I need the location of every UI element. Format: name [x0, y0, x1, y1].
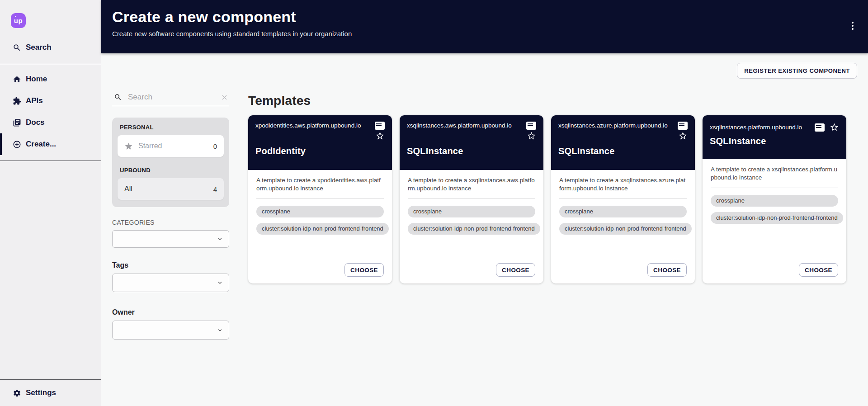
card-title: SQLInstance [710, 136, 839, 146]
tags-select[interactable] [112, 274, 229, 292]
templates-heading: Templates [248, 94, 857, 108]
filter-field-categories: CATEGORIES [112, 219, 229, 248]
sidebar-item-docs[interactable]: Docs [0, 112, 101, 133]
filter-search-input[interactable] [128, 93, 221, 102]
card-header: xpodidentities.aws.platform.upbound.io P… [248, 115, 392, 170]
tag-chip: cluster:solution-idp-non-prod-frontend-f… [256, 223, 389, 235]
card-domain: xsqlinstances.azure.platform.upbound.io [558, 121, 678, 130]
upbound-logo[interactable]: up [11, 13, 26, 28]
filter-field-tags: Tags [112, 261, 229, 292]
choose-button[interactable]: CHOOSE [344, 263, 384, 277]
filter-group-label-personal: PERSONAL [120, 124, 224, 131]
card-description: A template to create a xpodidentities.aw… [256, 176, 384, 193]
star-outline-icon[interactable] [678, 131, 688, 141]
categories-select[interactable] [112, 230, 229, 248]
content: REGISTER EXISTING COMPONENT PERSONAL St [101, 53, 868, 406]
close-icon[interactable] [221, 94, 228, 101]
tag-chip: crossplane [256, 206, 384, 217]
gear-icon [13, 389, 21, 397]
filter-row-count: 0 [213, 142, 217, 150]
template-type-icon [375, 122, 385, 130]
choose-button[interactable]: CHOOSE [647, 263, 687, 277]
card-domain: xsqlinstances.platform.upbound.io [710, 123, 815, 132]
main-area: Create a new component Create new softwa… [101, 0, 868, 406]
template-card-sqlinstance-aws: xsqlinstances.aws.platform.upbound.io SQ… [400, 115, 543, 283]
chevron-down-icon [217, 279, 223, 286]
card-description: A template to create a xsqlinstances.pla… [711, 165, 838, 182]
chevron-down-icon [217, 236, 223, 242]
filter-row-starred[interactable]: Starred 0 [118, 135, 224, 157]
tag-chip: crossplane [559, 206, 687, 217]
template-card-sqlinstance-azure: xsqlinstances.azure.platform.upbound.io … [551, 115, 695, 283]
sidebar-item-settings[interactable]: Settings [0, 380, 101, 406]
sidebar-item-label: Home [26, 75, 47, 84]
sidebar-item-label: Search [26, 43, 52, 52]
star-outline-icon[interactable] [830, 123, 839, 132]
card-divider [256, 198, 384, 199]
card-header: xsqlinstances.aws.platform.upbound.io SQ… [400, 115, 543, 170]
home-icon [13, 75, 21, 84]
sidebar-item-label: Settings [26, 388, 56, 397]
puzzle-icon [13, 97, 21, 105]
card-divider [559, 198, 687, 199]
sidebar: up Search Home APIs Docs Create... [0, 0, 101, 406]
filters-panel: PERSONAL Starred 0 UPBOUND All 4 [112, 93, 229, 340]
field-label: Owner [112, 308, 229, 316]
template-card-podidentity: xpodidentities.aws.platform.upbound.io P… [248, 115, 392, 283]
filter-row-count: 4 [213, 185, 217, 193]
page-header: Create a new component Create new softwa… [101, 0, 868, 53]
plus-circle-icon [13, 140, 21, 149]
tag-chip: crossplane [408, 206, 535, 217]
sidebar-item-label: Docs [26, 118, 45, 127]
tag-chip: cluster:solution-idp-non-prod-frontend-f… [408, 223, 540, 235]
page-subtitle: Create new software components using sta… [112, 30, 857, 38]
choose-button[interactable]: CHOOSE [799, 263, 838, 277]
card-title: SQLInstance [407, 146, 536, 156]
search-icon [13, 43, 21, 52]
template-type-icon [815, 123, 825, 132]
toolbar: REGISTER EXISTING COMPONENT [112, 63, 857, 79]
filter-row-label: All [124, 185, 132, 193]
kebab-menu-icon[interactable] [848, 20, 857, 32]
template-type-icon [678, 122, 688, 130]
template-cards-row: xpodidentities.aws.platform.upbound.io P… [248, 115, 857, 283]
app-window: up Search Home APIs Docs Create... [0, 0, 868, 406]
sidebar-item-search[interactable]: Search [0, 38, 101, 57]
filter-card: PERSONAL Starred 0 UPBOUND All 4 [112, 118, 229, 207]
field-label: Tags [112, 261, 229, 269]
template-type-icon [526, 122, 536, 130]
search-icon [114, 93, 122, 101]
owner-select[interactable] [112, 321, 229, 340]
filter-group-label-upbound: UPBOUND [120, 167, 224, 174]
choose-button[interactable]: CHOOSE [496, 263, 535, 277]
tag-chip: cluster:solution-idp-non-prod-frontend-f… [559, 223, 692, 235]
card-divider [711, 188, 838, 188]
card-header: xsqlinstances.platform.upbound.io SQLIns… [703, 115, 846, 159]
sidebar-item-create[interactable]: Create... [0, 133, 101, 155]
sidebar-item-home[interactable]: Home [0, 68, 101, 90]
star-outline-icon[interactable] [527, 131, 536, 141]
page-title: Create a new component [112, 8, 857, 26]
template-card-sqlinstance: xsqlinstances.platform.upbound.io SQLIns… [703, 115, 846, 283]
tag-chip: crossplane [711, 195, 838, 207]
card-description: A template to create a xsqlinstances.aws… [408, 176, 535, 193]
card-description: A template to create a xsqlinstances.azu… [559, 176, 687, 193]
chevron-down-icon [217, 327, 223, 334]
docs-icon [13, 118, 21, 127]
filter-field-owner: Owner [112, 308, 229, 340]
card-domain: xsqlinstances.aws.platform.upbound.io [407, 121, 526, 130]
card-divider [408, 198, 535, 199]
card-domain: xpodidentities.aws.platform.upbound.io [255, 121, 375, 130]
star-filled-icon [124, 142, 133, 151]
register-existing-component-button[interactable]: REGISTER EXISTING COMPONENT [737, 63, 857, 79]
templates-section: Templates xpodidentities.aws.platform.up… [248, 93, 857, 340]
filter-row-all[interactable]: All 4 [118, 178, 224, 200]
card-title: SQLInstance [558, 146, 688, 156]
logo-text: up [14, 17, 23, 24]
filter-row-label: Starred [138, 142, 162, 150]
tag-chip: cluster:solution-idp-non-prod-frontend-f… [711, 212, 843, 224]
sidebar-item-apis[interactable]: APIs [0, 90, 101, 112]
star-outline-icon[interactable] [375, 131, 385, 141]
sidebar-item-label: Create... [26, 140, 56, 149]
sidebar-item-label: APIs [26, 96, 43, 105]
